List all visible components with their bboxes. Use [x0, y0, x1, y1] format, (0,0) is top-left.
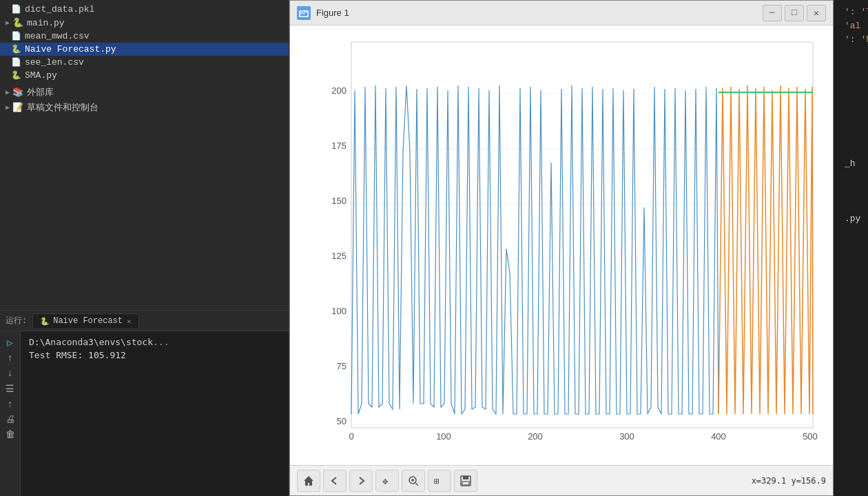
code-text-4: _h: [845, 157, 856, 171]
console-tab[interactable]: 🐍 Naive Forecast ✕: [32, 313, 138, 328]
code-area: ': 'T 'al ': 'N _h .py: [834, 0, 868, 496]
expand-icon: ▶: [6, 103, 10, 112]
save-button[interactable]: [454, 470, 477, 492]
lib-icon: 📚: [12, 87, 23, 98]
file-label: mean_mwd.csv: [25, 31, 90, 41]
svg-text:300: 300: [619, 431, 634, 442]
file-item-sma[interactable]: 🐍 SMA.py: [0, 69, 289, 82]
bottom-panel: 运行: 🐍 Naive Forecast ✕ ▷ ↑ ↓ ☰ ↑ 🖨 🗑 D:\…: [0, 310, 289, 496]
file-item-dict[interactable]: 📄 dict_data.pkl: [0, 3, 289, 16]
zoom-button[interactable]: [402, 470, 425, 492]
folder-label: 外部库: [27, 86, 54, 99]
fig-tools-left: ✥ ⊞: [297, 470, 477, 492]
svg-text:500: 500: [803, 431, 818, 442]
draft-icon: 📝: [12, 102, 23, 113]
tab-bar: 运行: 🐍 Naive Forecast ✕: [0, 311, 289, 331]
file-item-naive[interactable]: 🐍 Naive Forecast.py: [0, 43, 289, 56]
file-label: SMA.py: [25, 70, 57, 81]
code-text-5: .py: [845, 212, 860, 226]
toolbar-up-icon[interactable]: ↑: [7, 353, 12, 364]
svg-text:150: 150: [331, 196, 347, 206]
sidebar: 📄 dict_data.pkl ▶ 🐍 main.py 📄 mean_mwd.c…: [0, 0, 289, 496]
expand-icon: ▶: [6, 19, 10, 27]
toolbar-list-icon[interactable]: ☰: [6, 383, 14, 395]
file-label: see_len.csv: [25, 57, 84, 68]
back-button[interactable]: [323, 470, 347, 492]
folder-label: main.py: [27, 18, 65, 28]
code-line-1: ': 'T: [834, 6, 868, 19]
expand-icon: ▶: [6, 88, 10, 96]
svg-text:125: 125: [331, 251, 347, 261]
console-path: D:\Anaconda3\envs\stock...: [29, 337, 280, 347]
figure-window: Figure 1 ─ □ ✕ 50 75 100 125 150 175 200: [289, 0, 834, 496]
code-lines: ': 'T 'al ': 'N _h .py: [834, 0, 868, 496]
home-button[interactable]: [297, 470, 320, 492]
code-line-2: 'al: [834, 19, 868, 33]
console-rmse: Test RMSE: 105.912: [29, 350, 280, 360]
folder-label: 草稿文件和控制台: [27, 101, 99, 114]
svg-text:175: 175: [331, 141, 347, 151]
svg-rect-32: [462, 482, 469, 485]
chart-svg: 50 75 100 125 150 175 200 0 100 200 300 …: [300, 32, 823, 459]
settings-button[interactable]: ⊞: [428, 470, 451, 492]
py-icon: 🐍: [11, 44, 21, 54]
svg-text:50: 50: [337, 416, 347, 426]
svg-text:200: 200: [528, 431, 543, 442]
toolbar-down-icon[interactable]: ↓: [7, 368, 12, 379]
toolbar-print-icon[interactable]: 🖨: [6, 414, 15, 425]
svg-text:⊞: ⊞: [434, 477, 440, 487]
close-button[interactable]: ✕: [807, 5, 826, 21]
code-line-4: _h: [834, 157, 868, 171]
tab-label: Naive Forecast: [53, 316, 123, 326]
folder-drafts[interactable]: ▶ 📝 草稿文件和控制台: [0, 100, 289, 115]
file-label: dict_data.pkl: [25, 4, 94, 14]
run-label: 运行:: [6, 315, 27, 327]
svg-text:100: 100: [331, 306, 347, 316]
svg-marker-23: [304, 476, 313, 486]
file-item-see[interactable]: 📄 see_len.csv: [0, 56, 289, 69]
svg-text:400: 400: [711, 431, 726, 442]
file-item-csv[interactable]: 📄 mean_mwd.csv: [0, 30, 289, 43]
svg-text:0: 0: [349, 431, 353, 442]
folder-external[interactable]: ▶ 📚 外部库: [0, 85, 289, 100]
svg-text:200: 200: [331, 85, 347, 96]
code-text-2: 'al: [845, 19, 860, 33]
code-line-5: .py: [834, 212, 868, 226]
file-icon: 📄: [11, 4, 21, 14]
code-text-1: ': 'T: [845, 6, 868, 19]
code-line-3: ': 'N: [834, 33, 868, 47]
toolbar-delete-icon[interactable]: 🗑: [6, 429, 15, 440]
code-text-3: ': 'N: [845, 33, 868, 47]
figure-title: Figure 1: [316, 8, 349, 18]
main-area: Figure 1 ─ □ ✕ 50 75 100 125 150 175 200: [289, 0, 868, 496]
toolbar-up2-icon[interactable]: ↑: [7, 399, 12, 410]
path-text: D:\Anaconda3\envs\stock: [29, 337, 153, 347]
rmse-text: Test RMSE: 105.912: [29, 350, 126, 360]
svg-text:75: 75: [337, 361, 347, 371]
figure-titlebar: Figure 1 ─ □ ✕: [290, 1, 833, 25]
file-label: Naive Forecast.py: [25, 44, 116, 54]
folder-main[interactable]: ▶ 🐍 main.py: [0, 16, 289, 30]
pan-button[interactable]: ✥: [375, 470, 399, 492]
figure-icon: [297, 6, 311, 20]
tab-close-icon[interactable]: ✕: [127, 317, 132, 326]
coords-display: x=329.1 y=156.9: [752, 476, 826, 486]
svg-text:100: 100: [436, 431, 451, 442]
svg-rect-31: [463, 476, 468, 479]
file-icon: 📄: [11, 31, 21, 41]
figure-body: 50 75 100 125 150 175 200 0 100 200 300 …: [290, 25, 833, 465]
py-icon: 🐍: [11, 70, 21, 81]
figure-controls: ─ □ ✕: [763, 5, 826, 21]
title-left: Figure 1: [297, 6, 349, 20]
maximize-button[interactable]: □: [785, 5, 804, 21]
figure-toolbar: ✥ ⊞: [290, 465, 833, 495]
minimize-button[interactable]: ─: [763, 5, 782, 21]
py-icon: 🐍: [12, 17, 23, 28]
toolbar-run-icon[interactable]: ▷: [7, 337, 12, 349]
svg-line-26: [415, 483, 418, 486]
svg-text:✥: ✥: [382, 476, 389, 487]
tab-py-icon: 🐍: [40, 317, 50, 326]
forward-button[interactable]: [349, 470, 373, 492]
file-tree: 📄 dict_data.pkl ▶ 🐍 main.py 📄 mean_mwd.c…: [0, 0, 289, 310]
file-icon: 📄: [11, 57, 21, 68]
